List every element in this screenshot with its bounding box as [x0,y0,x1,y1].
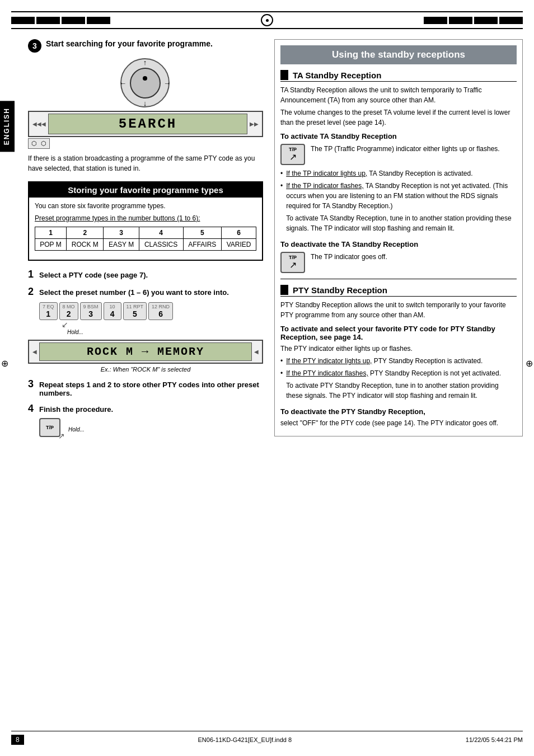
storing-section: Storing your favorite programme types Yo… [28,181,263,261]
pty-bullet1: • If the PTY indicator lights up, PTY St… [280,356,517,366]
step3-repeat-heading: 3 Repeat steps 1 and 2 to store other PT… [28,378,263,397]
standby-title: Using the standby receptions [280,45,517,64]
left-compass: ⊕ [1,358,8,369]
ta-body2: The volume changes to the preset TA volu… [280,107,517,128]
pty-deactivate-body: select "OFF" for the PTY code (see page … [280,418,517,428]
footer-right: 11/22/05 5:44:21 PM [466,736,523,743]
ta-deactivate-area: T/P ↗ The TP indicator goes off. [280,252,517,273]
knob-illustration: ↑ ↓ ← → [28,58,263,109]
right-section: Using the standby receptions TA Standby … [274,39,523,436]
ta-bullet2-extra: To activate TA Standby Reception, tune i… [286,213,517,233]
ta-deactivate-label: To deactivate the TA Standby Reception [280,240,517,248]
footer-left: EN06-11KD-G421[EX_EU]f.indd 8 [198,736,292,743]
pty-subsection-title: PTY Standby Reception [280,285,517,297]
separator [280,279,517,279]
lcd-rock-memory: ◀ ROCK M → MEMORY ◀ [28,340,263,364]
pty-deactivate-label: To deactivate the PTY Standby Reception, [280,407,517,416]
right-compass: ⊕ [526,358,533,369]
step3-title: Start searching for your favorite progra… [46,39,213,48]
pty-subsection: PTY Standby Reception PTY Standby Recept… [280,285,517,428]
footer: 8 EN06-11KD-G421[EX_EU]f.indd 8 11/22/05… [11,731,523,745]
hold-label-1: Hold... [67,329,263,335]
step3-circle: 3 [28,39,41,53]
ta-bullet1: • If the TP indicator lights up, TA Stan… [280,168,517,179]
tp-hold-illustration-step4: T/P ↗ Hold... [39,418,263,440]
ta-activate-label: To activate TA Standby Reception [280,132,517,140]
step3-note: If there is a station broadcasting a pro… [28,153,263,173]
lcd-search-display: ◀◀◀ 5EARCH ▶▶ ⬡ ⬡ [28,111,263,149]
preset-table: 1 2 3 4 5 6 POP M ROCK M EASY M CLASSICS [35,227,256,251]
page-number: 8 [11,735,24,745]
pty-body1: PTY Standby Reception allows the unit to… [280,300,517,320]
ta-body1: TA Standby Reception allows the unit to … [280,85,517,105]
pty-bullet2-extra: To activate PTY Standby Reception, tune … [286,381,517,401]
step4-heading: 4 Finish the procedure. [28,403,263,415]
ta-subsection: TA Standby Reception TA Standby Receptio… [280,70,517,273]
storing-title: Storing your favorite programme types [29,182,262,198]
step2-ex: Ex.: When "ROCK M" is selected [28,366,263,373]
ta-bullet2: • If the TP indicator flashes, TA Standb… [280,181,517,236]
ta-activate-body: The TP (Traffic Programme) indicator eit… [311,144,500,154]
pty-activate-label: To activate and select your favorite PTY… [280,325,517,341]
preset-buttons-area: 7 EQ 1 8 MO 2 9 BSM 3 10 4 [39,302,263,335]
ta-subsection-title: TA Standby Reception [280,70,517,82]
top-bar [11,11,523,29]
pty-bullet2: • If the PTY indicator flashes, PTY Stan… [280,368,517,403]
hold-label-2: Hold... [68,426,85,433]
storing-intro: You can store six favorite programme typ… [35,202,256,210]
ta-activate-area: T/P ↗ The TP (Traffic Programme) indicat… [280,144,517,165]
preset-label: Preset programme types in the number but… [35,214,256,222]
step3-header: 3 Start searching for your favorite prog… [28,39,263,53]
step1-heading: 1 Select a PTY code (see page 7). [28,269,263,280]
pty-activate-body2: The PTY indicator either lights up or fl… [280,344,517,354]
step2-heading: 2 Select the preset number (1 – 6) you w… [28,286,263,298]
ta-deactivate-body: The TP indicator goes off. [311,252,387,262]
english-sidebar: ENGLISH [0,101,15,152]
